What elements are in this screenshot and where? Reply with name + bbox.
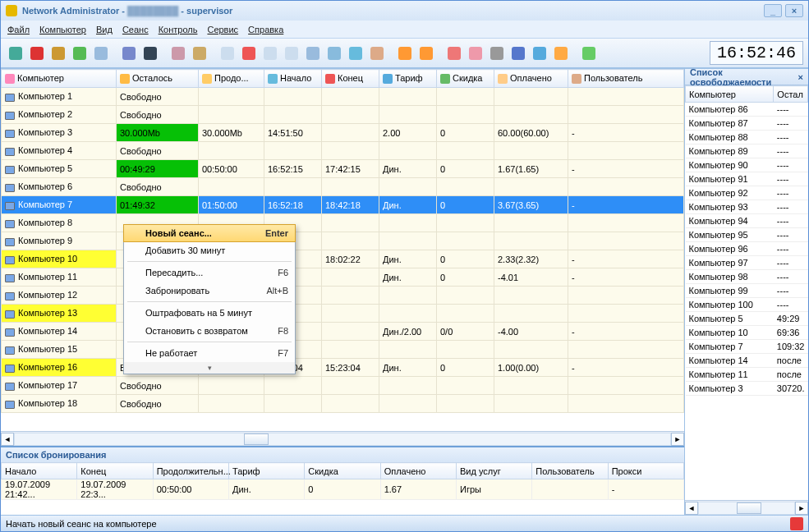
side-row[interactable]: Компьютер 87---- [686,117,808,131]
table-row[interactable]: Компьютер 1052:2218:02:22Дин.02.33(2.32)… [2,250,684,268]
table-row[interactable]: Компьютер 8 [2,214,684,232]
side-row[interactable]: Компьютер 97---- [686,256,808,270]
menu-view[interactable]: Вид [96,25,113,34]
table-row[interactable]: Компьютер 12 [2,287,684,305]
tb-delete-icon[interactable] [27,44,47,63]
close-button[interactable]: × [785,4,803,17]
menu-control[interactable]: Контроль [159,25,198,34]
tb-doc2-icon[interactable] [260,44,280,63]
side-row[interactable]: Компьютер 90---- [686,158,808,172]
tb-home-icon[interactable] [91,44,111,63]
minimize-button[interactable]: _ [764,4,782,17]
col-0[interactable]: Компьютер [2,70,117,88]
side-row[interactable]: Компьютер 86---- [686,103,808,117]
side-row[interactable]: Компьютер 1069:36 [686,326,808,340]
tb-users-icon[interactable] [466,44,485,63]
table-row[interactable]: Компьютер 18Свободно [2,395,684,413]
tb-user1-icon[interactable] [367,44,387,63]
scroll-thumb[interactable] [244,433,269,445]
side-col-computer[interactable]: Компьютер [686,86,774,103]
tb-arrow-icon[interactable] [70,44,90,63]
side-row[interactable]: Компьютер 11после [686,368,808,382]
context-menu[interactable]: Новый сеанс... Enter Добавить 30 минут П… [123,224,296,374]
side-row[interactable]: Компьютер 98---- [686,270,808,284]
col-5[interactable]: Тариф [379,70,437,88]
tb-disk-icon[interactable] [168,44,188,63]
side-col-remain[interactable]: Остал [774,86,808,103]
tb-tools-icon[interactable] [48,44,68,63]
side-row[interactable]: Компьютер 14после [686,354,808,368]
side-row[interactable]: Компьютер 91---- [686,172,808,186]
tb-gear-icon[interactable] [487,44,507,63]
scroll-left-button[interactable]: ◄ [1,433,14,446]
ctx-reserve[interactable]: ЗабронироватьAlt+B [124,282,295,300]
side-row[interactable]: Компьютер 7109:32 [686,340,808,354]
table-row[interactable]: Компьютер 701:49:3201:50:0016:52:1818:42… [2,196,684,214]
table-row[interactable]: Компьютер 6Свободно [2,178,684,196]
side-row[interactable]: Компьютер 99---- [686,284,808,298]
tb-screen1-icon[interactable] [119,44,139,63]
table-row[interactable]: Компьютер 330.000Mb30.000Mb14:51:502.000… [2,124,684,142]
tb-monitor-icon[interactable] [303,44,323,63]
col-2[interactable]: Продо... [199,70,264,88]
table-row[interactable]: Компьютер 13 [2,305,684,323]
tb-exit-icon[interactable] [579,44,599,63]
menu-service[interactable]: Сервис [207,25,238,34]
hscrollbar[interactable]: ◄ ► [1,431,684,446]
side-row[interactable]: Компьютер 549:29 [686,312,808,326]
menu-session[interactable]: Сеанс [122,25,149,34]
table-row[interactable]: Компьютер 9 [2,232,684,250]
ctx-expand[interactable]: ▾ [124,362,295,374]
col-6[interactable]: Скидка [437,70,494,88]
table-row[interactable]: Компьютер 15 [2,341,684,359]
tb-alarm2-icon[interactable] [416,44,436,63]
tb-screen2-icon[interactable] [140,44,160,63]
table-row[interactable]: Компьютер 11Дин.0-4.01- [2,268,684,287]
tb-link-icon[interactable] [324,44,344,63]
side-row[interactable]: Компьютер 92---- [686,186,808,200]
tb-drop-icon[interactable] [346,44,365,63]
booking-grid[interactable]: НачалоКонецПродолжительн...ТарифСкидкаОп… [1,462,684,500]
ctx-new-session[interactable]: Новый сеанс... Enter [123,224,296,242]
col-3[interactable]: Начало [264,70,322,88]
side-row[interactable]: Компьютер 95---- [686,228,808,242]
ctx-not-working[interactable]: Не работаетF7 [124,344,295,362]
tb-help-icon[interactable] [551,44,571,63]
menu-help[interactable]: Справка [248,25,283,34]
tb-alarm-icon[interactable] [395,44,415,63]
side-row[interactable]: Компьютер 93---- [686,200,808,214]
side-row[interactable]: Компьютер 100---- [686,298,808,312]
side-close-button[interactable]: × [798,72,803,82]
side-row[interactable]: Компьютер 94---- [686,214,808,228]
menu-file[interactable]: Файл [7,25,30,34]
main-grid[interactable]: КомпьютерОсталосьПродо...НачалоКонецТари… [1,69,684,413]
side-grid[interactable]: Компьютер Остал Компьютер 86----Компьюте… [685,85,808,396]
table-row[interactable]: Компьютер 500:49:2900:50:0016:52:1517:42… [2,160,684,178]
table-row[interactable]: Компьютер 4Свободно [2,142,684,160]
side-row[interactable]: Компьютер 96---- [686,242,808,256]
tb-power-icon[interactable] [239,44,259,63]
table-row[interactable]: Компьютер 1Свободно [2,88,684,106]
side-hscrollbar[interactable]: ◄ ► [685,500,808,515]
side-row[interactable]: Компьютер 330720. [686,382,808,396]
tb-gift-icon[interactable] [444,44,464,63]
side-row[interactable]: Компьютер 88---- [686,131,808,144]
col-4[interactable]: Конец [322,70,379,88]
col-1[interactable]: Осталось [117,70,199,88]
tb-book-icon[interactable] [508,44,528,63]
side-scroll-left[interactable]: ◄ [685,502,698,515]
tb-refresh-icon[interactable] [6,44,25,63]
scroll-right-button[interactable]: ► [671,433,684,446]
table-row[interactable]: Компьютер 1452:39Дин./2.000/0-4.00- [2,323,684,341]
scroll-track[interactable] [14,433,671,446]
tb-doc1-icon[interactable] [218,44,237,63]
tb-info-icon[interactable] [530,44,549,63]
ctx-fine[interactable]: Оштрафовать на 5 минут [124,304,295,322]
tb-doc3-icon[interactable] [282,44,301,63]
table-row[interactable]: Компьютер 2Свободно [2,106,684,124]
ctx-stop-refund[interactable]: Остановить с возвратомF8 [124,322,295,340]
table-row[interactable]: Компьютер 16Время вышло00:50:0014:53:041… [2,359,684,377]
status-alert-icon[interactable] [790,517,803,530]
tb-money-icon[interactable] [190,44,209,63]
table-row[interactable]: Компьютер 17Свободно [2,377,684,395]
